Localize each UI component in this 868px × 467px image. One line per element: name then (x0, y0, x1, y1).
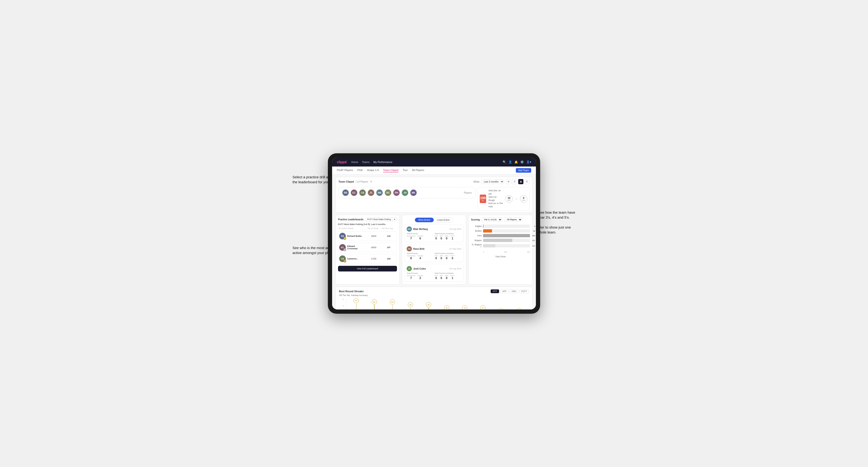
bar-row-pars: Pars 499 (471, 234, 530, 237)
apc-header-3: JC Josh Coles 26 Aug 2023 (407, 266, 461, 271)
player-avatar-4[interactable]: JC (368, 189, 375, 196)
team-count: | 14 Players (356, 181, 368, 183)
grid-view-icon[interactable]: ⊞ (506, 179, 511, 184)
player-info-2: EC 2 Edward Crossman (339, 244, 366, 251)
bar-label-dbogeys: D. Bogeys + (471, 243, 482, 248)
bar-row-bogeys: Bogeys 311 (471, 239, 530, 242)
player-avatar-7[interactable]: PH (393, 189, 400, 196)
leaderboard-row-1[interactable]: RB ★ Richard Butler 19/20 110 (338, 231, 397, 241)
right-yard-circle: 0 yds (520, 195, 527, 203)
tablet-frame: clippd Home Teams My Performance 🔍 👤 🔔 ⚙… (328, 153, 540, 314)
leaderboard-header: Player Name PB Score PB Avg SQ (338, 227, 397, 229)
bar-track-bogeys: 311 (483, 239, 530, 242)
nav-link-teams[interactable]: Teams (362, 161, 370, 163)
card-view-icon[interactable]: ▦ (518, 179, 523, 184)
app-button[interactable]: APP (500, 289, 508, 293)
sub-nav-pga[interactable]: PGA (357, 168, 363, 173)
bar-track-birdies: 96 (483, 229, 530, 232)
bar-track-eagles: 3 (483, 224, 530, 228)
player-avatar-8[interactable]: JH (401, 189, 408, 196)
drill-dropdown[interactable]: PUTT Must Make Putting ... ▾ (366, 217, 397, 221)
arg-button[interactable]: ARG (509, 289, 519, 293)
streak-pin-line-3 (392, 305, 393, 309)
streak-pin-8: 4x (480, 299, 486, 309)
navbar: clippd Home Teams My Performance 🔍 👤 🔔 ⚙… (332, 158, 536, 166)
streak-pin-line-1 (356, 304, 356, 309)
bar-track-dbogeys: 131 (483, 244, 530, 247)
player-avatar-1[interactable]: RB (342, 189, 349, 196)
view-full-leaderboard-button[interactable]: View Full Leaderboard (338, 266, 397, 272)
streak-pin-line-5 (428, 308, 429, 309)
apc-total-rounds-2: Total Rounds Tournament 8 Practice (407, 252, 434, 260)
activity-panel: Most Active Least Active BM Blair McHarg (402, 215, 466, 284)
avatar-icon[interactable]: 👤▾ (526, 160, 531, 164)
par-filter-dropdown[interactable]: Par 3, 4 & 5s (482, 217, 502, 222)
streak-pin-9: 3x (498, 299, 503, 309)
apc-practice-activities-3: Total Practice Activities OTT 0 APP (434, 272, 461, 280)
bar-value-pars: 499 (532, 235, 535, 237)
apc-avatar-3: JC (407, 266, 412, 271)
streak-pin-circle-10: 3x (517, 308, 522, 309)
streak-chart-container: 8 6 4 2 7x (339, 299, 529, 309)
bar-fill-pars (483, 234, 530, 237)
search-icon[interactable]: 🔍 (503, 160, 506, 164)
activity-player-card-1: BM Blair McHarg 26 Aug 2023 Total Rounds (404, 224, 464, 242)
streak-pin-circle-3: 6x (390, 299, 395, 305)
edit-icon[interactable]: ✎ (370, 180, 372, 183)
left-yard-circle: 16 yds (505, 195, 513, 203)
apc-total-rounds-1: Total Rounds Tournament 7 Practice (407, 232, 434, 240)
sub-nav-tour[interactable]: Tour (403, 168, 408, 173)
sort-icon[interactable]: ⇅ (524, 179, 530, 184)
gold-medal-1: ★ (343, 237, 346, 240)
streaks-header: Best Round Streaks OTT APP ARG PUTT (339, 289, 529, 293)
person-icon[interactable]: 👤 (508, 160, 512, 164)
player-info-1: RB ★ Richard Butler (339, 233, 366, 239)
apc-name-1: BM Blair McHarg (407, 226, 428, 231)
sub-nav-all-players[interactable]: All Players (412, 168, 424, 173)
apc-practice-activities-1: Total Practice Activities OTT 0 APP (434, 232, 461, 240)
show-label: Show (473, 181, 479, 183)
bar-row-eagles: Eagles 3 (471, 224, 530, 228)
player-info-3: CB 3 Cameron... (339, 255, 366, 262)
player-name-1: Richard Butler (347, 235, 362, 237)
list-view-icon[interactable]: ☰ (512, 179, 517, 184)
team-header: Team Clippd | 14 Players ✎ Show Last 3 m… (338, 179, 530, 184)
streak-pin-circle-5: 5x (426, 302, 431, 307)
player-avatar-2[interactable]: EC (350, 189, 358, 196)
apc-name-2: RB Rees Britt (407, 246, 424, 251)
apc-avatar-2: RB (407, 246, 412, 251)
streak-pin-7: 4x (462, 299, 467, 309)
bell-icon[interactable]: 🔔 (515, 160, 518, 164)
streak-pin-circle-2: 6x (372, 299, 377, 305)
sub-nav-hcaps[interactable]: Hcaps 1-5 (367, 168, 379, 173)
score-circles: 16 yds → 0 yds (505, 195, 527, 203)
add-team-button[interactable]: Add Team (516, 168, 531, 173)
most-active-tab[interactable]: Most Active (415, 218, 434, 222)
nav-link-home[interactable]: Home (351, 161, 358, 163)
player-avatar-3[interactable]: CB (359, 189, 366, 196)
player-filter-dropdown[interactable]: All Players (504, 217, 522, 222)
activity-player-card-2: RB Rees Britt 02 Sep 2023 Total Rounds (404, 244, 464, 262)
leaderboard-row-2[interactable]: EC 2 Edward Crossman 18/20 107 (338, 243, 397, 252)
score-val-2: 18/20 (367, 246, 381, 249)
streaks-section: Best Round Streaks OTT APP ARG PUTT Off … (335, 287, 533, 309)
apc-name-3: JC Josh Coles (407, 266, 426, 271)
bar-row-dbogeys: D. Bogeys + 131 (471, 243, 530, 248)
sub-nav-team-clippd[interactable]: Team Clippd (383, 168, 398, 173)
ott-button[interactable]: OTT (491, 289, 499, 293)
bar-label-bogeys: Bogeys (471, 239, 482, 242)
player-avatar-6[interactable]: RC (384, 189, 392, 196)
player-avatar-5[interactable]: MB (376, 189, 383, 196)
streak-pin-circle-9: 3x (498, 308, 503, 309)
panel-header: Practice Leaderboards PUTT Must Make Put… (338, 217, 397, 221)
least-active-tab[interactable]: Least Active (434, 218, 453, 222)
putt-button[interactable]: PUTT (519, 289, 529, 293)
practice-leaderboard-panel: Practice Leaderboards PUTT Must Make Put… (335, 215, 400, 284)
settings-icon[interactable]: ⚙️ (520, 160, 524, 164)
nav-link-performance[interactable]: My Performance (373, 161, 393, 163)
show-select[interactable]: Last 3 months (481, 180, 504, 184)
sub-nav-pgat[interactable]: PGAT Players (337, 168, 353, 173)
player-avatar-9[interactable]: MK (410, 189, 417, 196)
leaderboard-row-3[interactable]: CB 3 Cameron... 17/20 103 (338, 254, 397, 263)
streak-pin-circle-7: 4x (462, 305, 467, 309)
